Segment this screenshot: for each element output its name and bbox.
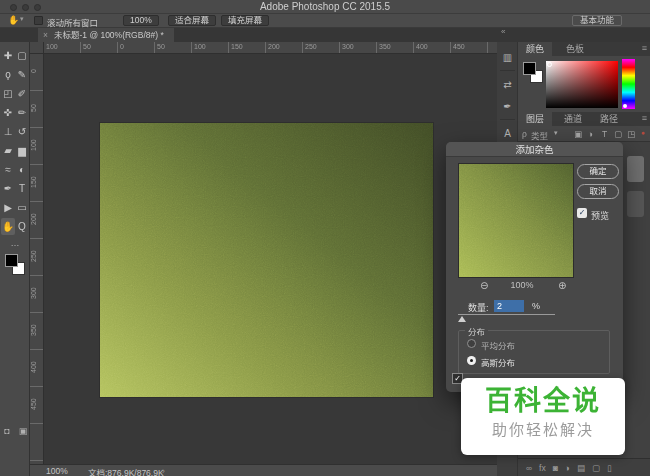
amount-slider-thumb[interactable] bbox=[458, 316, 466, 322]
zoom-level[interactable]: 100% bbox=[46, 466, 68, 476]
adjustments-panel-icon[interactable]: ⇄ bbox=[497, 73, 518, 95]
amount-label: 数量: bbox=[468, 301, 489, 314]
pen-tool[interactable]: ✒ bbox=[1, 180, 15, 197]
vertical-ruler: 0 50 100 150 200 250 300 350 400 450 bbox=[30, 54, 44, 464]
type-tool[interactable]: T bbox=[15, 180, 29, 197]
cancel-button[interactable]: 取消 bbox=[577, 184, 619, 199]
amount-input[interactable]: 2 bbox=[494, 300, 524, 312]
fill-screen-button[interactable]: 填充屏幕 bbox=[221, 15, 269, 26]
tab-layers[interactable]: 图层 bbox=[518, 112, 552, 126]
rectangular-marquee-tool[interactable]: ▢ bbox=[15, 47, 29, 64]
ok-button[interactable]: 确定 bbox=[577, 164, 619, 179]
ruler-label: 150 bbox=[229, 42, 266, 53]
panel-fragment bbox=[627, 156, 644, 182]
spot-healing-brush-tool[interactable]: ✜ bbox=[1, 104, 15, 121]
color-panel-tabs: 颜色 色板 ≡ bbox=[518, 42, 650, 56]
brush-settings-panel-icon[interactable]: ✒ bbox=[497, 95, 518, 117]
document-tab[interactable]: × 未标题-1 @ 100%(RGB/8#) * bbox=[38, 28, 174, 42]
ruler-label: 400 bbox=[414, 42, 451, 53]
foreground-color-swatch[interactable] bbox=[5, 254, 18, 267]
character-panel-icon[interactable]: A bbox=[497, 122, 518, 144]
zoom-100-button[interactable]: 100% bbox=[123, 15, 159, 26]
filter-type-label[interactable]: 类型 bbox=[531, 129, 548, 141]
clone-stamp-tool[interactable]: ⊥ bbox=[1, 123, 15, 140]
saturation-brightness-picker[interactable] bbox=[546, 61, 618, 108]
panel-menu-icon[interactable]: ≡ bbox=[642, 113, 647, 123]
layer-effects-icon[interactable]: fx bbox=[539, 463, 546, 473]
gaussian-radio[interactable] bbox=[467, 356, 476, 365]
new-group-icon[interactable]: ▤ bbox=[577, 463, 585, 473]
delete-layer-icon[interactable]: ▯ bbox=[607, 463, 612, 473]
tab-channels[interactable]: 通道 bbox=[556, 112, 590, 126]
amount-row: 数量: 2 % bbox=[446, 301, 623, 315]
smudge-tool[interactable]: ≈ bbox=[1, 161, 15, 178]
chevron-down-icon[interactable]: ▾ bbox=[20, 15, 24, 23]
shape-tool[interactable]: ▭ bbox=[15, 199, 29, 216]
eraser-tool[interactable]: ▰ bbox=[1, 142, 15, 159]
tab-paths[interactable]: 路径 bbox=[592, 112, 626, 126]
workspace-button[interactable]: 基本功能 bbox=[572, 15, 622, 26]
tab-swatches[interactable]: 色板 bbox=[558, 42, 592, 56]
noise-preview-thumbnail[interactable] bbox=[458, 163, 574, 278]
path-selection-tool[interactable]: ▶ bbox=[1, 199, 15, 216]
distribution-label: 分布 bbox=[465, 325, 488, 337]
ruler-label: 250 bbox=[303, 42, 340, 53]
status-options-arrow[interactable]: › bbox=[162, 466, 165, 476]
lasso-icon: ϙ bbox=[5, 69, 11, 80]
amount-slider-track[interactable] bbox=[458, 314, 555, 315]
new-layer-icon[interactable]: ▢ bbox=[592, 463, 600, 473]
ruler-label: 300 bbox=[340, 42, 377, 53]
move-icon: ✚ bbox=[4, 50, 12, 61]
edit-toolbar-button[interactable]: … bbox=[0, 238, 30, 248]
watermark-subtitle: 助你轻松解决 bbox=[461, 418, 625, 439]
move-tool[interactable]: ✚ bbox=[1, 47, 15, 64]
zoom-tool[interactable]: Q bbox=[15, 218, 29, 235]
filter-pixel-icon[interactable]: ▣ bbox=[574, 129, 582, 139]
uniform-label[interactable]: 平均分布 bbox=[481, 339, 515, 351]
tab-color[interactable]: 颜色 bbox=[518, 42, 552, 56]
chevron-down-icon[interactable]: ▾ bbox=[554, 129, 558, 137]
watermark-card: 百科全说 助你轻松解决 bbox=[461, 378, 625, 455]
crop-tool[interactable]: ◰ bbox=[1, 85, 15, 102]
history-brush-tool[interactable]: ↺ bbox=[15, 123, 29, 140]
filter-type-icon[interactable]: T bbox=[602, 129, 607, 139]
ruler-label: 150 bbox=[30, 165, 43, 202]
hue-strip[interactable] bbox=[622, 59, 635, 109]
photoshop-window: Adobe Photoshop CC 2015.5 ✋ ▾ 滚动所有窗口 100… bbox=[0, 0, 650, 476]
link-layers-icon[interactable]: ∞ bbox=[526, 463, 532, 473]
document-canvas[interactable] bbox=[100, 123, 433, 397]
ruler-label: 400 bbox=[30, 350, 43, 387]
ruler-label: 450 bbox=[451, 42, 488, 53]
preview-checkbox[interactable]: ✓ bbox=[577, 208, 587, 218]
eyedropper-icon: ✐ bbox=[18, 88, 26, 99]
fit-screen-button[interactable]: 适合屏幕 bbox=[168, 15, 216, 26]
filter-adjustment-icon[interactable]: ◑ bbox=[588, 129, 593, 139]
adjustment-layer-icon[interactable]: ◑ bbox=[565, 463, 570, 473]
zoom-out-icon[interactable]: ⊖ bbox=[480, 280, 488, 291]
filter-smart-object-icon[interactable]: ◳ bbox=[627, 129, 635, 139]
noise-texture bbox=[459, 164, 574, 278]
ruler-label: 450 bbox=[30, 387, 43, 424]
uniform-radio[interactable] bbox=[467, 339, 476, 348]
lasso-tool[interactable]: ϙ bbox=[1, 66, 15, 83]
panel-foreground-swatch[interactable] bbox=[523, 62, 536, 75]
filter-toggle-icon[interactable]: ● bbox=[641, 129, 645, 136]
hand-tool[interactable]: ✋ bbox=[1, 218, 15, 235]
gradient-tool[interactable]: ▆ bbox=[15, 142, 29, 159]
zoom-in-icon[interactable]: ⊕ bbox=[558, 280, 566, 291]
eyedropper-tool[interactable]: ✐ bbox=[15, 85, 29, 102]
dialog-title[interactable]: 添加杂色 bbox=[446, 142, 623, 157]
panel-menu-icon[interactable]: ≡ bbox=[642, 43, 647, 53]
brush-tool[interactable]: ✏ bbox=[15, 104, 29, 121]
dodge-tool[interactable]: ◐ bbox=[15, 161, 29, 178]
gaussian-label[interactable]: 高斯分布 bbox=[481, 356, 515, 368]
scroll-all-windows-checkbox[interactable] bbox=[34, 16, 43, 25]
color-panel bbox=[518, 56, 650, 112]
quick-selection-tool[interactable]: ✎ bbox=[15, 66, 29, 83]
ruler-label: 300 bbox=[30, 276, 43, 313]
histogram-panel-icon[interactable]: ▥ bbox=[497, 46, 518, 68]
filter-shape-icon[interactable]: ▢ bbox=[614, 129, 622, 139]
collapse-panels-icon[interactable]: « bbox=[501, 27, 505, 36]
close-tab-icon[interactable]: × bbox=[43, 28, 48, 42]
layer-mask-icon[interactable]: ◙ bbox=[553, 463, 558, 473]
